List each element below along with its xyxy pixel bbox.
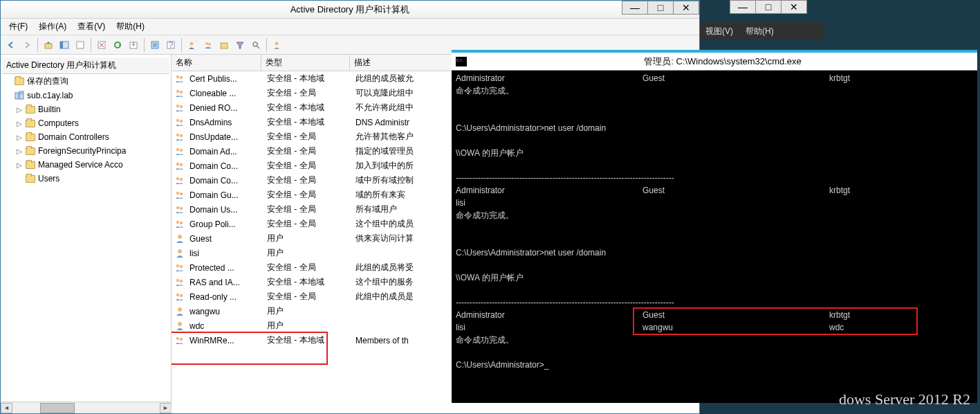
ad-titlebar[interactable]: Active Directory 用户和计算机 — □ ✕ (1, 1, 699, 19)
svg-point-23 (176, 89, 179, 92)
svg-point-25 (176, 104, 179, 107)
col-name[interactable]: 名称 (172, 55, 261, 71)
tree-label: ForeignSecurityPrincipa (38, 146, 126, 156)
help-icon[interactable]: ? (163, 37, 178, 53)
tree-item[interactable]: ▷Domain Controllers (2, 130, 169, 144)
bg-menu-help[interactable]: 帮助(H) (746, 26, 774, 37)
svg-rect-17 (15, 93, 19, 99)
ad-title: Active Directory 用户和计算机 (1, 3, 699, 16)
cell-name: wdc (185, 321, 263, 332)
export-icon[interactable] (126, 37, 141, 53)
tree-item[interactable]: sub.c1ay.lab (2, 89, 169, 102)
up-button[interactable] (41, 37, 56, 53)
folder-icon (25, 159, 36, 170)
svg-point-30 (180, 134, 183, 136)
cmd-output[interactable]: AdministratorGuestkrbtgt命令成功完成。 C:\Users… (452, 71, 977, 403)
group-icon (174, 204, 185, 215)
tree-item[interactable]: ▷Managed Service Acco (2, 158, 169, 172)
new-user-icon[interactable]: ✦ (185, 37, 200, 53)
tree-label: Computers (38, 118, 79, 128)
bg-maximize-button[interactable]: □ (755, 0, 782, 14)
cell-type: 用户 (263, 246, 351, 260)
col-type[interactable]: 类型 (261, 55, 350, 71)
folder-icon (25, 118, 36, 129)
svg-point-50 (180, 294, 183, 296)
menu-view[interactable]: 查看(V) (72, 19, 111, 34)
svg-point-16 (275, 42, 279, 45)
delete-icon[interactable] (94, 37, 109, 53)
bg-close-button[interactable]: ✕ (781, 0, 807, 14)
filter-icon[interactable] (232, 37, 248, 53)
cell-name: Protected ... (185, 262, 263, 273)
cmd-titlebar[interactable]: 管理员: C:\Windows\system32\cmd.exe (452, 53, 977, 71)
menu-action[interactable]: 操作(A) (33, 19, 72, 34)
cell-type: 安全组 - 本地域 (263, 116, 351, 129)
expand-icon[interactable]: ▷ (16, 147, 23, 155)
svg-point-43 (178, 235, 182, 239)
maximize-button[interactable]: □ (647, 1, 674, 15)
svg-point-41 (176, 220, 179, 223)
find-icon[interactable] (248, 37, 264, 53)
svg-point-12 (205, 42, 208, 45)
svg-point-38 (180, 192, 183, 195)
highlight-list-users (172, 332, 328, 365)
expand-icon[interactable]: ▷ (16, 134, 23, 141)
tree-item[interactable]: 保存的查询 (2, 74, 169, 89)
cell-name: Domain Ad... (185, 146, 263, 157)
expand-icon[interactable]: ▷ (16, 161, 23, 169)
forward-button[interactable] (19, 37, 35, 53)
cell-type: 安全组 - 全局 (263, 261, 351, 274)
menu-help[interactable]: 帮助(H) (111, 19, 150, 34)
user-icon (174, 306, 185, 317)
svg-rect-0 (45, 44, 52, 48)
properties-icon[interactable] (147, 37, 163, 53)
refresh-icon[interactable] (110, 37, 125, 53)
expand-icon[interactable]: ▷ (16, 120, 23, 127)
svg-point-44 (178, 249, 182, 253)
cell-type: 用户 (263, 319, 351, 332)
cell-name: DnsUpdate... (185, 132, 263, 143)
tree-scrollbar[interactable]: ◄► (1, 402, 172, 413)
expand-icon[interactable]: ▷ (16, 106, 23, 114)
cell-type: 用户 (263, 232, 351, 245)
back-button[interactable] (3, 37, 19, 53)
group-icon (174, 277, 185, 288)
folder-icon (25, 132, 36, 143)
user-icon (174, 248, 185, 259)
svg-point-10 (190, 42, 194, 45)
watermark: dows Server 2012 R2 (839, 390, 970, 408)
tree-item[interactable]: Users (2, 172, 169, 186)
bg-minimize-button[interactable]: — (730, 0, 756, 14)
bg-menubar: 视图(V) 帮助(H) (700, 22, 824, 40)
new-ou-icon[interactable] (216, 37, 232, 53)
svg-point-48 (180, 279, 183, 282)
tree-item[interactable]: ▷ForeignSecurityPrincipa (2, 144, 169, 158)
bg-menu-view[interactable]: 视图(V) (705, 26, 733, 37)
svg-point-35 (176, 177, 179, 179)
menu-file[interactable]: 件(F) (3, 19, 33, 34)
cut-icon[interactable] (73, 37, 88, 53)
new-group-icon[interactable] (201, 37, 216, 53)
tree-header: Active Directory 用户和计算机 (2, 57, 169, 74)
svg-point-27 (176, 118, 179, 121)
cell-name: Domain Co... (185, 161, 263, 172)
svg-rect-2 (60, 42, 63, 48)
cell-name: Guest (185, 233, 263, 244)
cell-name: Denied RO... (185, 102, 263, 114)
show-hide-tree-button[interactable] (57, 37, 72, 53)
tree-label: Users (38, 174, 59, 183)
highlight-cmd-users (633, 307, 918, 335)
group-icon (174, 102, 185, 114)
minimize-button[interactable]: — (622, 1, 648, 15)
tree-label: sub.c1ay.lab (27, 91, 73, 100)
svg-rect-18 (19, 91, 24, 99)
add-user-to-group-icon[interactable] (270, 37, 285, 53)
group-icon (174, 190, 185, 201)
cell-name: lisi (185, 248, 263, 259)
svg-point-36 (180, 177, 183, 180)
tree-item[interactable]: ▷Builtin (2, 102, 169, 116)
group-icon (174, 88, 185, 99)
close-button[interactable]: ✕ (673, 1, 699, 15)
cell-type: 安全组 - 全局 (263, 174, 351, 187)
tree-item[interactable]: ▷Computers (2, 116, 169, 130)
